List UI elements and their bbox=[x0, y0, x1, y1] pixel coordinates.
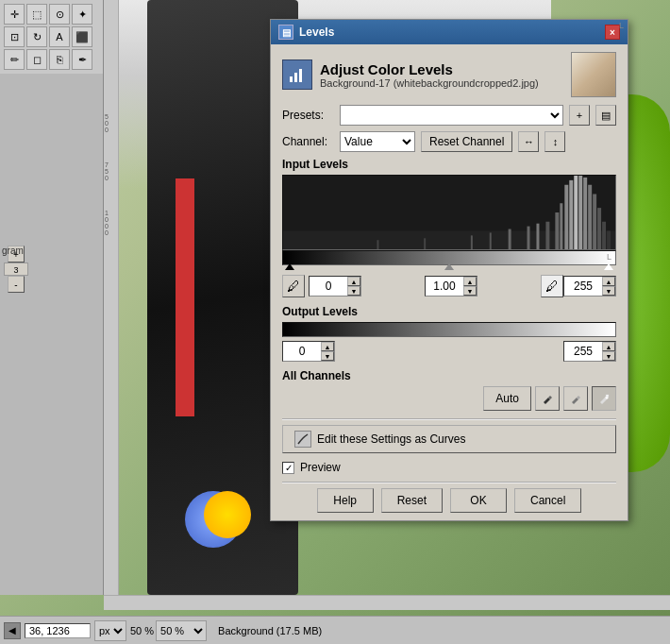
vertical-ruler: 500 750 1000 bbox=[104, 0, 119, 595]
tool-lasso[interactable]: ⊙ bbox=[49, 4, 70, 25]
input-max-up-btn[interactable]: ▲ bbox=[602, 277, 615, 286]
output-max-down-btn[interactable]: ▼ bbox=[602, 351, 615, 361]
gray-sample-btn[interactable] bbox=[563, 386, 588, 411]
tool-fuzzy-select[interactable]: ✦ bbox=[72, 4, 92, 25]
input-max-field[interactable] bbox=[564, 277, 602, 296]
input-white-point-handle[interactable] bbox=[604, 263, 613, 270]
presets-row: Presets: + ▤ bbox=[282, 105, 616, 126]
input-mid-spinbox[interactable]: ▲ ▼ bbox=[425, 276, 477, 297]
tool-eraser[interactable]: ◻ bbox=[26, 49, 47, 70]
tool-clone[interactable]: ⎘ bbox=[49, 49, 70, 70]
input-max-spin-buttons: ▲ ▼ bbox=[602, 277, 615, 296]
svg-rect-4 bbox=[545, 222, 549, 249]
svg-rect-15 bbox=[602, 222, 606, 249]
histogram-label-left: gram bbox=[2, 246, 24, 256]
auto-button[interactable]: Auto bbox=[483, 386, 531, 411]
input-min-up-btn[interactable]: ▲ bbox=[347, 277, 360, 286]
input-min-down-btn[interactable]: ▼ bbox=[347, 286, 360, 296]
tool-eyedropper[interactable]: ✒ bbox=[72, 49, 92, 70]
tool-pencil[interactable]: ✏ bbox=[4, 49, 25, 70]
levels-icon bbox=[282, 59, 312, 90]
input-mid-up-btn[interactable]: ▲ bbox=[463, 277, 477, 286]
status-zoom-select[interactable]: 50 % 100 % 25 % bbox=[156, 620, 207, 641]
edit-as-curves-button[interactable]: Edit these Settings as Curves bbox=[282, 425, 616, 453]
input-mid-field[interactable] bbox=[426, 277, 463, 296]
output-slider-label: L bbox=[619, 21, 624, 30]
white-eyedropper-btn[interactable]: 🖊 bbox=[541, 275, 563, 297]
reset-button[interactable]: Reset bbox=[381, 488, 443, 513]
all-channels-label: All Channels bbox=[282, 369, 616, 382]
cancel-button[interactable]: Cancel bbox=[514, 488, 581, 513]
presets-select[interactable] bbox=[340, 105, 563, 126]
dialog-header: Adjust Color Levels Background-17 (white… bbox=[282, 52, 616, 97]
channel-select[interactable]: Value Red Green Blue bbox=[340, 131, 415, 152]
input-min-spin-buttons: ▲ ▼ bbox=[347, 277, 360, 296]
svg-rect-20 bbox=[490, 232, 492, 249]
dialog-header-text: Adjust Color Levels Background-17 (white… bbox=[320, 61, 539, 89]
status-zoom-area: 50 % 50 % 100 % 25 % bbox=[130, 620, 207, 641]
dialog-close-button[interactable]: × bbox=[605, 25, 620, 40]
input-slider-label: L bbox=[607, 252, 611, 262]
input-min-field[interactable] bbox=[310, 277, 347, 296]
histogram-svg bbox=[283, 176, 615, 249]
channel-collapse-btn[interactable]: ↕ bbox=[544, 131, 565, 152]
curves-icon bbox=[294, 431, 311, 448]
zoom-percent-label: 50 % bbox=[130, 625, 154, 636]
dialog-thumbnail bbox=[571, 52, 616, 97]
bottom-buttons-row: Help Reset OK Cancel bbox=[282, 488, 616, 513]
svg-rect-5 bbox=[555, 212, 559, 249]
input-gradient-slider[interactable]: L bbox=[282, 250, 616, 265]
output-max-spinbox[interactable]: ▲ ▼ bbox=[563, 341, 616, 362]
output-max-field[interactable] bbox=[564, 342, 602, 361]
tool-rect-select[interactable]: ⬚ bbox=[26, 4, 47, 25]
input-levels-inputs: 🖊 ▲ ▼ ▲ ▼ bbox=[282, 275, 616, 297]
tool-bucket[interactable]: ⬛ bbox=[72, 26, 92, 47]
presets-label: Presets: bbox=[282, 109, 334, 122]
tool-crop[interactable]: ⊡ bbox=[4, 26, 25, 47]
tool-text[interactable]: A bbox=[49, 26, 70, 47]
output-min-down-btn[interactable]: ▼ bbox=[321, 351, 334, 361]
dialog-titlebar: ▤ Levels × bbox=[271, 20, 628, 44]
presets-menu-btn[interactable]: ▤ bbox=[595, 105, 616, 126]
tool-move[interactable]: ✛ bbox=[4, 4, 25, 25]
input-max-group: 🖊 ▲ ▼ bbox=[541, 275, 616, 297]
status-unit-select[interactable]: px % in bbox=[94, 620, 126, 641]
preview-label: Preview bbox=[300, 461, 341, 474]
auto-row: Auto bbox=[282, 386, 616, 411]
zoom-down-btn[interactable]: - bbox=[8, 276, 25, 293]
svg-rect-16 bbox=[607, 231, 611, 250]
dialog-heading: Adjust Color Levels bbox=[320, 61, 539, 77]
dialog-title-icon: ▤ bbox=[278, 25, 293, 40]
output-gradient-slider[interactable]: L bbox=[282, 322, 616, 337]
svg-rect-2 bbox=[299, 69, 302, 82]
presets-add-btn[interactable]: + bbox=[569, 105, 590, 126]
output-max-spin-buttons: ▲ ▼ bbox=[602, 342, 615, 361]
svg-rect-7 bbox=[564, 185, 568, 249]
dialog-filename: Background-17 (whitebackgroundcropped2.j… bbox=[320, 77, 539, 89]
ok-button[interactable]: OK bbox=[450, 488, 507, 513]
output-max-up-btn[interactable]: ▲ bbox=[602, 342, 615, 351]
svg-rect-17 bbox=[377, 240, 378, 249]
black-eyedropper-btn[interactable]: 🖊 bbox=[282, 275, 305, 297]
black-sample-btn[interactable] bbox=[535, 386, 560, 411]
help-button[interactable]: Help bbox=[317, 488, 374, 513]
channel-label: Channel: bbox=[282, 135, 334, 148]
input-mid-spin-buttons: ▲ ▼ bbox=[463, 277, 477, 296]
input-min-spinbox[interactable]: ▲ ▼ bbox=[309, 276, 361, 297]
white-sample-btn[interactable] bbox=[592, 386, 616, 411]
preview-checkbox[interactable]: ✓ bbox=[282, 462, 294, 474]
channel-expand-btn[interactable]: ↔ bbox=[518, 131, 539, 152]
svg-rect-22 bbox=[528, 227, 530, 249]
input-mid-down-btn[interactable]: ▼ bbox=[463, 286, 477, 296]
input-max-spinbox[interactable]: ▲ ▼ bbox=[563, 276, 616, 297]
output-min-field[interactable] bbox=[283, 342, 321, 361]
output-min-spinbox[interactable]: ▲ ▼ bbox=[282, 341, 335, 362]
input-mid-point-handle[interactable] bbox=[444, 263, 454, 270]
dialog-title-text: Levels bbox=[299, 25, 334, 39]
tool-rotate[interactable]: ↻ bbox=[26, 26, 47, 47]
svg-rect-21 bbox=[509, 229, 511, 249]
input-max-down-btn[interactable]: ▼ bbox=[602, 286, 615, 296]
output-min-up-btn[interactable]: ▲ bbox=[321, 342, 334, 351]
input-black-point-handle[interactable] bbox=[285, 263, 294, 270]
reset-channel-button[interactable]: Reset Channel bbox=[421, 131, 512, 152]
